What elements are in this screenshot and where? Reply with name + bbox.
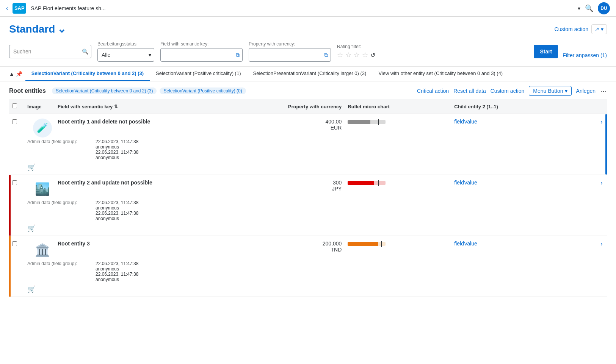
page-actions: Custom action ↗ ▾ bbox=[555, 24, 607, 34]
tab-2[interactable]: SelectionPresentationVariant (Criticalit… bbox=[247, 67, 373, 81]
row-1-bullet-bg bbox=[348, 120, 386, 124]
row-3-cart-icon[interactable]: 🛒 bbox=[27, 286, 36, 293]
tab-0[interactable]: SelectionVariant (Criticality between 0 … bbox=[25, 67, 150, 81]
row-3-bullet-bg bbox=[348, 242, 386, 246]
tabs-up-icon[interactable]: ▲ bbox=[9, 71, 14, 77]
bearbeitungsstatus-select[interactable]: Alle bbox=[97, 48, 154, 62]
field-semantic-col-label: Field with semantic key bbox=[58, 104, 113, 109]
row-3-admin-row: Admin data (field group): 22.06.2023, 11… bbox=[9, 261, 607, 284]
filter-adapt-link[interactable]: Filter anpassen (1) bbox=[563, 52, 607, 58]
bearbeitungsstatus-filter-item: Bearbeitungsstatus: Alle ▾ bbox=[97, 41, 154, 62]
rating-filter-label: Rating filter: bbox=[337, 44, 375, 49]
row-3-child-link[interactable]: fieldValue bbox=[454, 241, 477, 247]
field-semantic-filter-item: Field with semantic key: ⧉ bbox=[160, 41, 243, 62]
custom-action-link-table[interactable]: Custom action bbox=[491, 88, 524, 94]
property-currency-col-label: Property with currency bbox=[288, 104, 342, 109]
row-1-checkbox-cell bbox=[12, 119, 27, 125]
row-2-bullet-target bbox=[378, 180, 379, 186]
row-1-child-link[interactable]: fieldValue bbox=[454, 119, 477, 125]
menu-button[interactable]: Menu Button ▾ bbox=[529, 86, 571, 96]
row-1-amount: 400,00 bbox=[326, 119, 342, 125]
history-icon[interactable]: ↺ bbox=[370, 52, 375, 59]
row-2-child-link[interactable]: fieldValue bbox=[454, 180, 477, 186]
table-row-1-main: 🧪 Root entity 1 and delete not possible … bbox=[9, 114, 607, 139]
property-currency-input-wrap: ⧉ bbox=[249, 48, 331, 62]
row-1-bullet-bar bbox=[348, 120, 370, 124]
back-button[interactable]: ‹ bbox=[6, 5, 8, 12]
row-3-arrow[interactable]: › bbox=[596, 241, 607, 247]
row-3-admin-line-3: 22.06.2023, 11:47:38 bbox=[96, 272, 138, 277]
property-currency-copy-icon[interactable]: ⧉ bbox=[324, 52, 328, 58]
property-currency-label: Property with currency: bbox=[249, 41, 331, 47]
critical-action-link[interactable]: Critical action bbox=[417, 88, 449, 94]
app-title: SAP Fiori elements feature sh... bbox=[31, 5, 572, 11]
search-icon[interactable]: 🔍 bbox=[585, 4, 593, 12]
row-2-image: 🏙️ bbox=[27, 180, 58, 198]
shell-header: ‹ SAP SAP Fiori elements feature sh... ▾… bbox=[0, 0, 616, 17]
anlegen-button[interactable]: Anlegen bbox=[576, 88, 596, 94]
field-semantic-input[interactable] bbox=[160, 48, 243, 62]
star-2-icon[interactable]: ☆ bbox=[345, 51, 351, 59]
user-avatar[interactable]: DU bbox=[598, 2, 610, 14]
row-2-field: Root entity 2 and update not possible bbox=[58, 180, 235, 186]
row-1-admin-line-2: anonymous bbox=[96, 144, 138, 150]
tab-1[interactable]: SelectionVariant (Positive criticality) … bbox=[150, 67, 247, 81]
reset-action-link[interactable]: Reset all data bbox=[453, 88, 486, 94]
row-1-checkbox[interactable] bbox=[12, 119, 17, 124]
property-currency-input[interactable] bbox=[249, 48, 331, 62]
row-2-checkbox[interactable] bbox=[12, 180, 17, 185]
page-title[interactable]: Standard ⌄ bbox=[9, 23, 66, 35]
row-2-cart-icon[interactable]: 🛒 bbox=[27, 225, 36, 232]
search-filter-item: 🔍 bbox=[9, 45, 91, 58]
start-button[interactable]: Start bbox=[534, 45, 558, 58]
col-bullet-header: Bullet micro chart bbox=[342, 103, 454, 109]
star-4-icon[interactable]: ☆ bbox=[362, 51, 368, 59]
filter-chip-2[interactable]: SelectionVariant (Positive criticality) … bbox=[160, 87, 246, 94]
row-2-admin-line-2: anonymous bbox=[96, 205, 138, 211]
row-2-admin-row: Admin data (field group): 22.06.2023, 11… bbox=[9, 200, 607, 223]
row-3-image: 🏛️ bbox=[27, 241, 58, 259]
custom-action-link[interactable]: Custom action bbox=[555, 26, 588, 32]
row-3-bullet-chart bbox=[342, 241, 454, 247]
row-3-admin-label: Admin data (field group): bbox=[27, 261, 96, 282]
rating-wrap: ☆ ☆ ☆ ☆ ↺ bbox=[337, 51, 375, 59]
row-1-cart-icon[interactable]: 🛒 bbox=[27, 164, 36, 171]
row-1-admin-line-4: anonymous bbox=[96, 155, 138, 160]
row-2-arrow[interactable]: › bbox=[596, 180, 607, 186]
row-1-bullet-chart-visual bbox=[348, 119, 393, 125]
table-title: Root entities bbox=[9, 87, 46, 94]
sort-icon[interactable]: ⇅ bbox=[114, 104, 118, 109]
row-1-child-cell: fieldValue bbox=[454, 119, 596, 125]
column-header-row: Image Field with semantic key ⇅ Property… bbox=[9, 99, 607, 114]
sap-logo: SAP bbox=[13, 3, 26, 14]
col-image-header: Image bbox=[27, 103, 58, 109]
table-header-row: Root entities SelectionVariant (Critical… bbox=[9, 81, 607, 99]
filter-chip-1[interactable]: SelectionVariant (Criticality between 0 … bbox=[52, 87, 157, 94]
field-semantic-copy-icon[interactable]: ⧉ bbox=[236, 52, 240, 58]
row-3-title: Root entity 3 bbox=[58, 241, 235, 247]
more-actions-button[interactable]: ⋯ bbox=[600, 87, 607, 95]
tab-3[interactable]: View with other entity set (Criticality … bbox=[372, 67, 509, 81]
tabs-pin-icon[interactable]: 📌 bbox=[16, 71, 22, 77]
row-3-currency: TND bbox=[331, 247, 342, 253]
star-3-icon[interactable]: ☆ bbox=[354, 51, 360, 59]
share-button[interactable]: ↗ ▾ bbox=[591, 24, 607, 34]
row-2-child-cell: fieldValue bbox=[454, 180, 596, 186]
row-1-bullet-chart bbox=[342, 119, 454, 125]
row-1-admin-row: Admin data (field group): 22.06.2023, 11… bbox=[9, 139, 607, 162]
row-2-admin-label: Admin data (field group): bbox=[27, 200, 96, 221]
search-input[interactable] bbox=[9, 45, 91, 58]
row-3-bullet-bar bbox=[348, 242, 378, 246]
app-title-chevron-icon[interactable]: ▾ bbox=[578, 5, 580, 11]
row-3-checkbox[interactable] bbox=[12, 241, 17, 246]
star-1-icon[interactable]: ☆ bbox=[337, 51, 343, 59]
select-all-checkbox[interactable] bbox=[12, 103, 17, 108]
row-1-image-icon: 🧪 bbox=[33, 119, 52, 137]
page-header: Standard ⌄ Custom action ↗ ▾ bbox=[0, 17, 616, 38]
page-title-chevron-icon: ⌄ bbox=[57, 23, 66, 35]
table-actions: Critical action Reset all data Custom ac… bbox=[417, 86, 607, 96]
filter-bar: 🔍 Bearbeitungsstatus: Alle ▾ Field with … bbox=[0, 38, 616, 67]
col-select-all bbox=[12, 103, 27, 109]
bearbeitungsstatus-label: Bearbeitungsstatus: bbox=[97, 41, 154, 47]
row-2-currency-wrap: 300 JPY bbox=[235, 180, 342, 192]
